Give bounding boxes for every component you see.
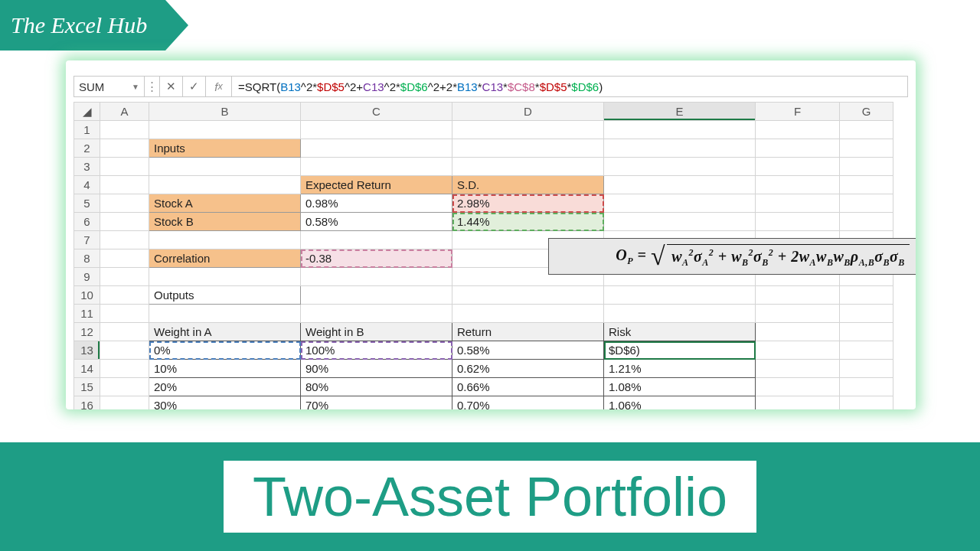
cell-wa[interactable]: 10% [149, 360, 301, 378]
formula-token: ) [599, 80, 603, 93]
cell-wa[interactable]: 0% [149, 341, 301, 360]
cell-stock-a-label[interactable]: Stock A [149, 194, 301, 213]
column-header-b[interactable]: B [149, 103, 301, 121]
cell-wa[interactable]: 30% [149, 396, 301, 410]
cell-editing-risk[interactable]: $D$6) [604, 341, 756, 360]
cell-header-weight-a[interactable]: Weight in A [149, 323, 301, 341]
cell-stock-b-sd[interactable]: 1.44% [452, 213, 604, 231]
cell-stock-b-label[interactable]: Stock B [149, 213, 301, 231]
row-header[interactable]: 7 [74, 231, 100, 249]
cell-wb[interactable]: 80% [301, 378, 452, 396]
cell-return[interactable]: 0.62% [452, 360, 604, 378]
cell-correlation-value[interactable]: -0.38 [301, 249, 452, 268]
row-header[interactable]: 15 [74, 378, 100, 396]
brand-text: The Excel Hub [0, 0, 165, 51]
name-box-value: SUM [79, 80, 104, 93]
column-header-a[interactable]: A [100, 103, 149, 121]
cell-inputs-label[interactable]: Inputs [149, 139, 301, 158]
page-title: Two-Asset Portfolio [224, 461, 756, 533]
row-header[interactable]: 10 [74, 286, 100, 305]
formula-input[interactable]: =SQRT(B13^2*$D$5^2+C13^2*$D$6^2+2*B13*C1… [232, 77, 907, 96]
cell-risk[interactable]: 1.06% [604, 396, 756, 410]
cell-wb[interactable]: 70% [301, 396, 452, 410]
formula-token: $D$5 [540, 80, 567, 93]
column-header-c[interactable]: C [301, 103, 452, 121]
formula-token: C13 [363, 80, 384, 93]
formula-token: ^2* [384, 80, 400, 93]
column-header-e[interactable]: E [604, 103, 756, 121]
brand-ribbon: The Excel Hub [0, 0, 188, 51]
name-box-dropdown-icon[interactable]: ▼ [132, 83, 139, 91]
row-header[interactable]: 3 [74, 158, 100, 176]
row-header[interactable]: 11 [74, 305, 100, 323]
brand-arrow-icon [165, 0, 188, 51]
row-header[interactable]: 8 [74, 249, 100, 268]
formula-token: $D$6 [400, 80, 428, 93]
name-box[interactable]: SUM ▼ [74, 77, 145, 96]
cell-risk[interactable]: 1.08% [604, 378, 756, 396]
formula-bar: SUM ▼ ⋮ ✕ ✓ fx =SQRT(B13^2*$D$5^2+C13^2*… [74, 76, 908, 97]
row-header[interactable]: 4 [74, 176, 100, 194]
column-header-row: ◢ A B C D E F G [74, 103, 893, 121]
cell-stock-a-er[interactable]: 0.98% [301, 194, 452, 213]
row-header[interactable]: 1 [74, 121, 100, 139]
cell-wa[interactable]: 20% [149, 378, 301, 396]
cell-header-weight-b[interactable]: Weight in B [301, 323, 452, 341]
cell-stock-a-sd[interactable]: 2.98% [452, 194, 604, 213]
cell-outputs-label[interactable]: Outputs [149, 286, 301, 305]
name-box-divider-icon: ⋮ [145, 77, 160, 96]
cell-correlation-label[interactable]: Correlation [149, 249, 301, 268]
title-bar: Two-Asset Portfolio [0, 442, 980, 551]
accept-formula-button[interactable]: ✓ [183, 77, 206, 96]
cell-risk[interactable]: 1.21% [604, 360, 756, 378]
cancel-formula-button[interactable]: ✕ [160, 77, 183, 96]
fx-icon[interactable]: fx [206, 77, 232, 96]
column-header-d[interactable]: D [452, 103, 604, 121]
cell-header-return[interactable]: Return [452, 323, 604, 341]
column-header-g[interactable]: G [840, 103, 893, 121]
portfolio-variance-formula: OP = √ wA2σA2 + wB2σB2 + 2wAwBwBρA,BσBσB [548, 238, 916, 275]
row-header[interactable]: 5 [74, 194, 100, 213]
formula-token: $D$6 [571, 80, 599, 93]
cell-wb[interactable]: 90% [301, 360, 452, 378]
cell-return[interactable]: 0.58% [452, 341, 604, 360]
row-header[interactable]: 13 [74, 341, 100, 360]
formula-token: C13 [482, 80, 504, 93]
formula-token: B13 [457, 80, 478, 93]
select-all-corner[interactable]: ◢ [74, 103, 100, 121]
spreadsheet-frame: SUM ▼ ⋮ ✕ ✓ fx =SQRT(B13^2*$D$5^2+C13^2*… [66, 60, 916, 409]
row-header[interactable]: 9 [74, 268, 100, 286]
row-header[interactable]: 2 [74, 139, 100, 158]
cell-header-sd[interactable]: S.D. [452, 176, 604, 194]
column-header-f[interactable]: F [756, 103, 840, 121]
row-header[interactable]: 14 [74, 360, 100, 378]
formula-token: B13 [280, 80, 301, 93]
cell-wb[interactable]: 100% [301, 341, 452, 360]
row-header[interactable]: 6 [74, 213, 100, 231]
cell-header-risk[interactable]: Risk [604, 323, 756, 341]
formula-token: ^2+ [345, 80, 363, 93]
row-header[interactable]: 12 [74, 323, 100, 341]
formula-token: ^2+2* [428, 80, 457, 93]
formula-token: ^2* [301, 80, 317, 93]
row-header[interactable]: 16 [74, 396, 100, 410]
formula-token: $C$8 [508, 80, 535, 93]
cell-stock-b-er[interactable]: 0.58% [301, 213, 452, 231]
cell-return[interactable]: 0.70% [452, 396, 604, 410]
formula-token: $D$5 [317, 80, 345, 93]
formula-token: =SQRT( [238, 80, 280, 93]
cell-return[interactable]: 0.66% [452, 378, 604, 396]
cell-header-expected-return[interactable]: Expected Return [301, 176, 452, 194]
